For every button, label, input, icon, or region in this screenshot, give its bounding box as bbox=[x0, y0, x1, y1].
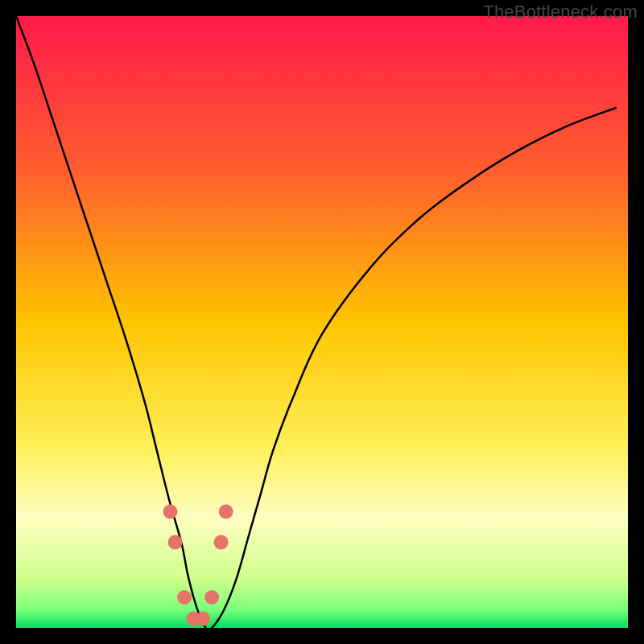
curve-marker bbox=[204, 590, 219, 605]
curve-marker bbox=[219, 505, 233, 519]
watermark-text: TheBottleneck.com bbox=[483, 2, 638, 23]
curve-marker bbox=[168, 535, 183, 550]
curve-marker bbox=[177, 590, 192, 605]
gradient-background bbox=[16, 16, 628, 628]
curve-marker bbox=[196, 612, 210, 626]
bottleneck-chart bbox=[16, 16, 628, 628]
curve-marker bbox=[163, 505, 178, 519]
curve-marker bbox=[214, 535, 229, 550]
